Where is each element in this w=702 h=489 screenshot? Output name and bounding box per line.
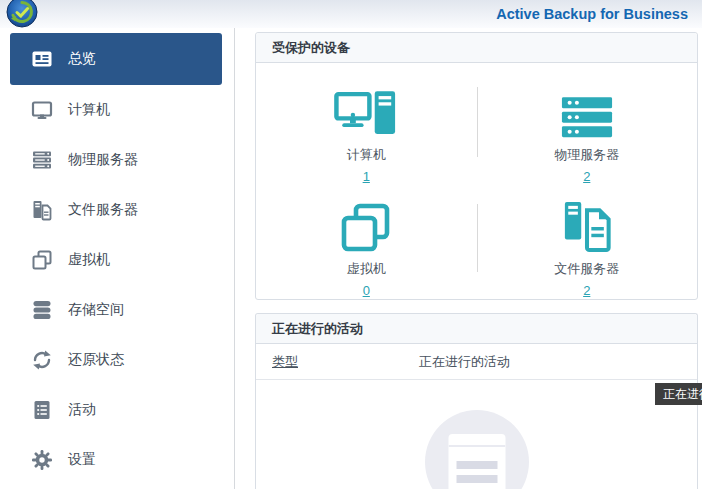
device-card-physical-servers: 物理服务器 2 bbox=[477, 63, 698, 186]
sidebar-item-computers[interactable]: 计算机 bbox=[10, 85, 222, 135]
device-count-link[interactable]: 1 bbox=[363, 169, 370, 184]
sidebar-item-activities[interactable]: 活动 bbox=[10, 385, 222, 435]
top-bar: Active Backup for Business bbox=[0, 0, 702, 28]
sidebar-item-label: 虚拟机 bbox=[68, 251, 110, 269]
sidebar: 总览 计算机 bbox=[0, 28, 235, 489]
column-header-type[interactable]: 类型 bbox=[272, 353, 419, 371]
restore-status-icon bbox=[30, 348, 54, 372]
device-count-link[interactable]: 2 bbox=[583, 169, 590, 184]
sidebar-item-label: 总览 bbox=[68, 50, 96, 68]
sidebar-item-label: 活动 bbox=[68, 401, 96, 419]
column-divider bbox=[477, 87, 478, 157]
sidebar-item-label: 计算机 bbox=[68, 101, 110, 119]
sidebar-item-label: 物理服务器 bbox=[68, 151, 138, 169]
sidebar-item-overview[interactable]: 总览 bbox=[10, 33, 222, 85]
device-card-computers: 计算机 1 bbox=[256, 63, 477, 186]
device-count-link[interactable]: 2 bbox=[583, 283, 590, 298]
activities-table-header: 类型 正在进行的活动 bbox=[256, 344, 697, 380]
empty-state-illustration bbox=[425, 410, 529, 489]
device-card-file-servers: 文件服务器 2 bbox=[477, 186, 698, 300]
device-label: 虚拟机 bbox=[347, 260, 386, 278]
column-header-tooltip: 正在进行的活动 bbox=[655, 383, 702, 405]
column-header-ongoing[interactable]: 正在进行的活动 bbox=[419, 353, 510, 371]
active-backup-window: Active Backup for Business 总览 bbox=[0, 0, 702, 489]
ongoing-activities-title: 正在进行的活动 bbox=[256, 314, 697, 344]
activities-table-body bbox=[256, 380, 697, 489]
sidebar-item-label: 还原状态 bbox=[68, 351, 124, 369]
file-server-icon bbox=[30, 198, 54, 222]
empty-document-icon bbox=[448, 434, 505, 489]
physical-server-icon bbox=[30, 148, 54, 172]
device-label: 计算机 bbox=[347, 146, 386, 164]
sidebar-item-virtual-machines[interactable]: 虚拟机 bbox=[10, 235, 222, 285]
sidebar-item-label: 设置 bbox=[68, 451, 96, 469]
device-label: 文件服务器 bbox=[554, 260, 619, 278]
device-label: 物理服务器 bbox=[554, 146, 619, 164]
activity-log-icon bbox=[30, 398, 54, 422]
sidebar-item-label: 存储空间 bbox=[68, 301, 124, 319]
sidebar-item-file-servers[interactable]: 文件服务器 bbox=[10, 185, 222, 235]
protected-devices-card: 受保护的设备 计算机 1 bbox=[255, 32, 698, 300]
active-backup-logo-icon bbox=[6, 0, 38, 28]
virtual-machine-device-icon bbox=[341, 201, 391, 253]
app-title: Active Backup for Business bbox=[496, 0, 688, 28]
ongoing-activities-card: 正在进行的活动 类型 正在进行的活动 bbox=[255, 313, 698, 489]
file-server-device-icon bbox=[562, 201, 612, 253]
device-count-link[interactable]: 0 bbox=[363, 283, 370, 298]
sidebar-item-physical-servers[interactable]: 物理服务器 bbox=[10, 135, 222, 185]
sidebar-item-settings[interactable]: 设置 bbox=[10, 435, 222, 485]
settings-gear-icon bbox=[30, 448, 54, 472]
computer-icon bbox=[30, 98, 54, 122]
protected-devices-title: 受保护的设备 bbox=[256, 33, 697, 63]
device-card-virtual-machines: 虚拟机 0 bbox=[256, 186, 477, 300]
sidebar-item-label: 文件服务器 bbox=[68, 201, 138, 219]
sidebar-item-storage[interactable]: 存储空间 bbox=[10, 285, 222, 335]
virtual-machine-icon bbox=[30, 248, 54, 272]
sidebar-item-restore-status[interactable]: 还原状态 bbox=[10, 335, 222, 385]
storage-icon bbox=[30, 298, 54, 322]
physical-server-device-icon bbox=[560, 87, 614, 139]
column-divider bbox=[477, 204, 478, 272]
overview-icon bbox=[30, 47, 54, 71]
computer-device-icon bbox=[334, 87, 398, 139]
